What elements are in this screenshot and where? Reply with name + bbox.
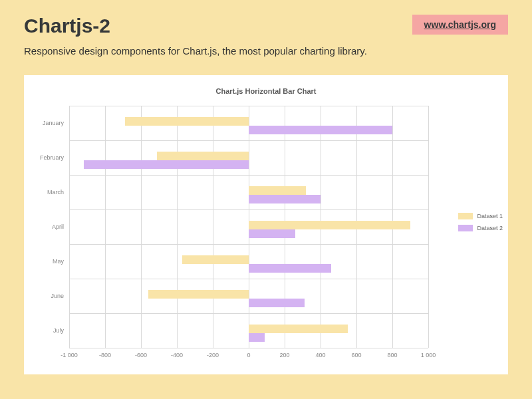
x-tick-label: 1 000	[421, 352, 436, 358]
gridline	[177, 106, 178, 348]
x-tick-label: 600	[351, 352, 361, 358]
gridline	[69, 313, 428, 314]
x-tick-label: -1 000	[61, 352, 78, 358]
bar	[249, 221, 410, 229]
x-tick-label: -400	[171, 352, 183, 358]
legend-item: Dataset 2	[458, 225, 503, 231]
chartjs-link[interactable]: www.chartjs.org	[412, 15, 508, 35]
x-tick-label: 800	[387, 352, 397, 358]
page-subtitle: Responsive design components for Chart.j…	[0, 41, 532, 57]
legend-swatch-icon	[458, 213, 473, 219]
bar	[125, 117, 249, 126]
x-tick-label: 400	[315, 352, 325, 358]
bar	[249, 126, 392, 134]
legend-swatch-icon	[458, 225, 473, 231]
x-tick-label: -600	[135, 352, 147, 358]
bar	[249, 186, 306, 195]
gridline	[69, 279, 428, 279]
gridline	[69, 140, 428, 141]
gridline	[141, 106, 142, 348]
gridline	[69, 106, 70, 348]
chart-plot-area: -1 000-800-600-400-20002004006008001 000…	[69, 106, 428, 348]
gridline	[105, 106, 106, 348]
x-tick-label: -800	[99, 352, 111, 358]
bar	[249, 229, 295, 238]
gridline	[69, 348, 428, 348]
legend-label: Dataset 2	[477, 225, 503, 231]
bar	[249, 299, 305, 307]
y-tick-label: February	[40, 154, 64, 161]
y-tick-label: March	[47, 189, 64, 196]
x-tick-label: -200	[207, 352, 219, 358]
gridline	[213, 106, 213, 348]
bar	[182, 255, 249, 264]
y-tick-label: June	[51, 293, 64, 299]
bar	[249, 264, 331, 273]
chart-title: Chart.js Horizontal Bar Chart	[24, 87, 508, 95]
gridline	[69, 244, 428, 245]
bar	[84, 160, 249, 169]
bar	[249, 333, 265, 342]
y-tick-label: April	[52, 223, 64, 230]
bar	[249, 325, 348, 333]
x-tick-label: 0	[247, 352, 250, 358]
chart-container: Chart.js Horizontal Bar Chart -1 000-800…	[24, 75, 508, 374]
gridline	[69, 209, 428, 210]
legend-label: Dataset 1	[477, 213, 503, 219]
y-tick-label: May	[53, 258, 64, 265]
legend-item: Dataset 1	[458, 213, 503, 219]
bar	[148, 290, 249, 299]
gridline	[69, 106, 428, 106]
page-title: Chartjs-2	[24, 15, 110, 37]
bar	[249, 195, 321, 203]
gridline	[69, 175, 428, 176]
x-tick-label: 200	[279, 352, 289, 358]
chart-legend: Dataset 1 Dataset 2	[458, 213, 503, 237]
gridline	[428, 106, 429, 348]
bar	[157, 152, 249, 160]
y-tick-label: January	[43, 120, 64, 126]
y-tick-label: July	[53, 327, 64, 334]
